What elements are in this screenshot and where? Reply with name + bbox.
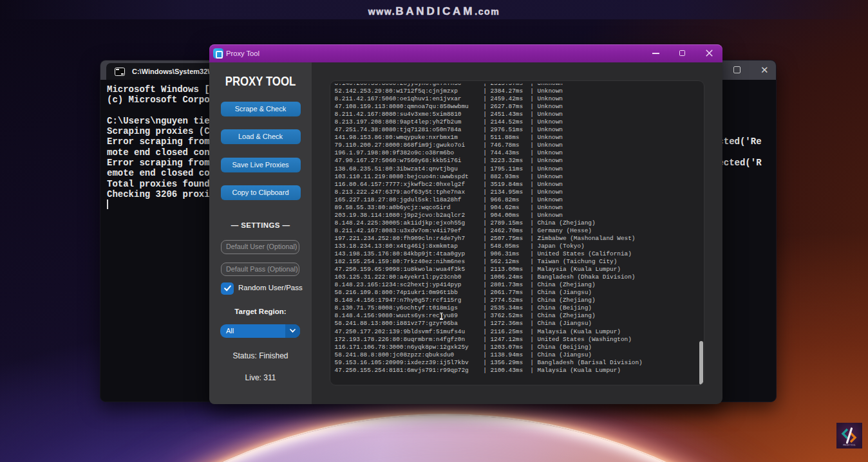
- svg-text:PROXY TOOL: PROXY TOOL: [843, 444, 856, 447]
